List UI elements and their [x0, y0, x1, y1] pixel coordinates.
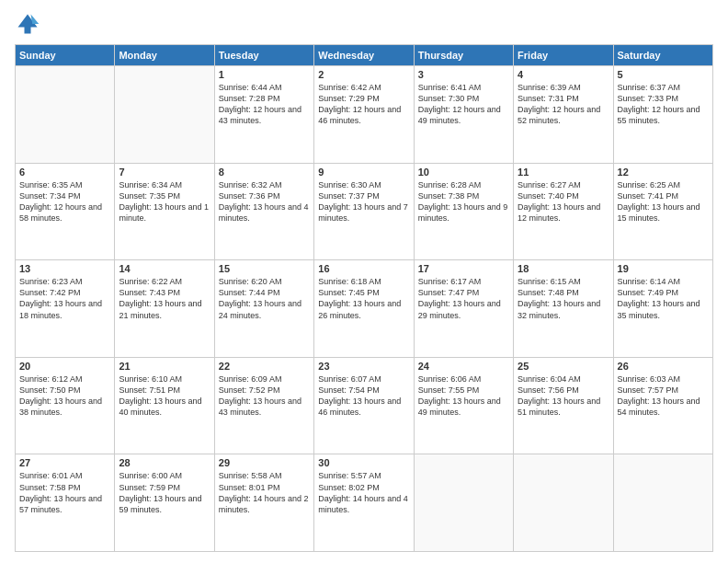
day-number: 21: [119, 361, 210, 372]
day-info: Sunrise: 6:37 AM Sunset: 7:33 PM Dayligh…: [618, 82, 709, 127]
day-number: 9: [318, 167, 409, 178]
calendar-cell: 9Sunrise: 6:30 AM Sunset: 7:37 PM Daylig…: [314, 163, 414, 260]
day-info: Sunrise: 6:35 AM Sunset: 7:34 PM Dayligh…: [19, 179, 110, 224]
day-info: Sunrise: 6:32 AM Sunset: 7:36 PM Dayligh…: [219, 179, 310, 224]
day-info: Sunrise: 6:14 AM Sunset: 7:49 PM Dayligh…: [618, 276, 709, 321]
calendar-cell: [414, 454, 513, 552]
day-number: 8: [219, 167, 310, 178]
day-number: 11: [518, 167, 609, 178]
calendar-cell: 16Sunrise: 6:18 AM Sunset: 7:45 PM Dayli…: [314, 260, 414, 358]
day-info: Sunrise: 6:06 AM Sunset: 7:55 PM Dayligh…: [418, 373, 509, 419]
calendar-cell: 15Sunrise: 6:20 AM Sunset: 7:44 PM Dayli…: [214, 260, 313, 358]
day-header-saturday: Saturday: [613, 45, 712, 66]
day-info: Sunrise: 6:04 AM Sunset: 7:56 PM Dayligh…: [518, 373, 609, 419]
day-number: 20: [19, 361, 110, 372]
day-number: 13: [19, 263, 110, 274]
calendar-cell: 25Sunrise: 6:04 AM Sunset: 7:56 PM Dayli…: [514, 357, 613, 454]
calendar-cell: 18Sunrise: 6:15 AM Sunset: 7:48 PM Dayli…: [514, 260, 613, 358]
day-info: Sunrise: 6:03 AM Sunset: 7:57 PM Dayligh…: [618, 373, 709, 419]
day-number: 2: [318, 69, 409, 80]
day-number: 3: [418, 69, 509, 80]
calendar-cell: [16, 66, 115, 164]
day-number: 10: [418, 167, 509, 178]
day-info: Sunrise: 6:44 AM Sunset: 7:28 PM Dayligh…: [219, 82, 310, 127]
calendar-cell: 3Sunrise: 6:41 AM Sunset: 7:30 PM Daylig…: [414, 66, 513, 164]
day-info: Sunrise: 6:39 AM Sunset: 7:31 PM Dayligh…: [518, 82, 609, 127]
calendar-cell: [115, 66, 214, 164]
day-number: 23: [318, 361, 409, 372]
calendar-cell: 30Sunrise: 5:57 AM Sunset: 8:02 PM Dayli…: [314, 454, 414, 552]
day-info: Sunrise: 6:10 AM Sunset: 7:51 PM Dayligh…: [119, 373, 210, 419]
calendar-cell: 14Sunrise: 6:22 AM Sunset: 7:43 PM Dayli…: [115, 260, 214, 358]
calendar-week-4: 20Sunrise: 6:12 AM Sunset: 7:50 PM Dayli…: [16, 357, 713, 454]
calendar-cell: 23Sunrise: 6:07 AM Sunset: 7:54 PM Dayli…: [314, 357, 414, 454]
day-number: 27: [19, 457, 110, 468]
day-info: Sunrise: 6:15 AM Sunset: 7:48 PM Dayligh…: [518, 276, 609, 321]
calendar-cell: 29Sunrise: 5:58 AM Sunset: 8:01 PM Dayli…: [214, 454, 313, 552]
day-info: Sunrise: 6:00 AM Sunset: 7:59 PM Dayligh…: [119, 470, 210, 515]
logo: [15, 11, 44, 37]
calendar-cell: 26Sunrise: 6:03 AM Sunset: 7:57 PM Dayli…: [613, 357, 712, 454]
day-info: Sunrise: 6:41 AM Sunset: 7:30 PM Dayligh…: [418, 82, 509, 127]
calendar-cell: 5Sunrise: 6:37 AM Sunset: 7:33 PM Daylig…: [613, 66, 712, 164]
calendar-header-row: SundayMondayTuesdayWednesdayThursdayFrid…: [16, 45, 713, 66]
day-info: Sunrise: 6:30 AM Sunset: 7:37 PM Dayligh…: [318, 179, 409, 224]
day-info: Sunrise: 6:27 AM Sunset: 7:40 PM Dayligh…: [518, 179, 609, 224]
calendar-week-3: 13Sunrise: 6:23 AM Sunset: 7:42 PM Dayli…: [16, 260, 713, 358]
day-info: Sunrise: 6:17 AM Sunset: 7:47 PM Dayligh…: [418, 276, 509, 321]
day-header-tuesday: Tuesday: [214, 45, 313, 66]
day-info: Sunrise: 6:20 AM Sunset: 7:44 PM Dayligh…: [219, 276, 310, 321]
day-number: 5: [618, 69, 709, 80]
day-number: 4: [518, 69, 609, 80]
day-info: Sunrise: 6:28 AM Sunset: 7:38 PM Dayligh…: [418, 179, 509, 224]
day-info: Sunrise: 6:23 AM Sunset: 7:42 PM Dayligh…: [19, 276, 110, 321]
calendar-cell: 20Sunrise: 6:12 AM Sunset: 7:50 PM Dayli…: [16, 357, 115, 454]
calendar-cell: 11Sunrise: 6:27 AM Sunset: 7:40 PM Dayli…: [514, 163, 613, 260]
calendar-cell: [613, 454, 712, 552]
day-info: Sunrise: 6:42 AM Sunset: 7:29 PM Dayligh…: [318, 82, 409, 127]
calendar-cell: 2Sunrise: 6:42 AM Sunset: 7:29 PM Daylig…: [314, 66, 414, 164]
calendar-cell: 12Sunrise: 6:25 AM Sunset: 7:41 PM Dayli…: [613, 163, 712, 260]
day-number: 6: [19, 167, 110, 178]
day-number: 14: [119, 263, 210, 274]
day-number: 26: [618, 361, 709, 372]
day-header-sunday: Sunday: [16, 45, 115, 66]
calendar-cell: 21Sunrise: 6:10 AM Sunset: 7:51 PM Dayli…: [115, 357, 214, 454]
calendar-cell: 7Sunrise: 6:34 AM Sunset: 7:35 PM Daylig…: [115, 163, 214, 260]
day-number: 24: [418, 361, 509, 372]
day-number: 18: [518, 263, 609, 274]
calendar-cell: 6Sunrise: 6:35 AM Sunset: 7:34 PM Daylig…: [16, 163, 115, 260]
page: SundayMondayTuesdayWednesdayThursdayFrid…: [0, 0, 728, 563]
day-number: 15: [219, 263, 310, 274]
calendar-cell: 8Sunrise: 6:32 AM Sunset: 7:36 PM Daylig…: [214, 163, 313, 260]
day-number: 17: [418, 263, 509, 274]
day-number: 7: [119, 167, 210, 178]
day-info: Sunrise: 6:22 AM Sunset: 7:43 PM Dayligh…: [119, 276, 210, 321]
day-header-friday: Friday: [514, 45, 613, 66]
day-info: Sunrise: 5:57 AM Sunset: 8:02 PM Dayligh…: [318, 470, 409, 515]
day-header-monday: Monday: [115, 45, 214, 66]
calendar-cell: 24Sunrise: 6:06 AM Sunset: 7:55 PM Dayli…: [414, 357, 513, 454]
calendar-week-2: 6Sunrise: 6:35 AM Sunset: 7:34 PM Daylig…: [16, 163, 713, 260]
day-number: 16: [318, 263, 409, 274]
calendar-cell: 22Sunrise: 6:09 AM Sunset: 7:52 PM Dayli…: [214, 357, 313, 454]
header: [15, 11, 713, 37]
calendar-table: SundayMondayTuesdayWednesdayThursdayFrid…: [15, 44, 713, 552]
calendar-cell: 17Sunrise: 6:17 AM Sunset: 7:47 PM Dayli…: [414, 260, 513, 358]
calendar-cell: 27Sunrise: 6:01 AM Sunset: 7:58 PM Dayli…: [16, 454, 115, 552]
day-info: Sunrise: 5:58 AM Sunset: 8:01 PM Dayligh…: [219, 470, 310, 515]
calendar-cell: [514, 454, 613, 552]
day-info: Sunrise: 6:18 AM Sunset: 7:45 PM Dayligh…: [318, 276, 409, 321]
calendar-cell: 10Sunrise: 6:28 AM Sunset: 7:38 PM Dayli…: [414, 163, 513, 260]
day-info: Sunrise: 6:25 AM Sunset: 7:41 PM Dayligh…: [618, 179, 709, 224]
calendar-cell: 13Sunrise: 6:23 AM Sunset: 7:42 PM Dayli…: [16, 260, 115, 358]
logo-icon: [15, 11, 40, 37]
day-number: 1: [219, 69, 310, 80]
day-number: 25: [518, 361, 609, 372]
calendar-cell: 1Sunrise: 6:44 AM Sunset: 7:28 PM Daylig…: [214, 66, 313, 164]
day-number: 30: [318, 457, 409, 468]
day-info: Sunrise: 6:34 AM Sunset: 7:35 PM Dayligh…: [119, 179, 210, 224]
day-info: Sunrise: 6:09 AM Sunset: 7:52 PM Dayligh…: [219, 373, 310, 419]
calendar-cell: 19Sunrise: 6:14 AM Sunset: 7:49 PM Dayli…: [613, 260, 712, 358]
day-number: 22: [219, 361, 310, 372]
